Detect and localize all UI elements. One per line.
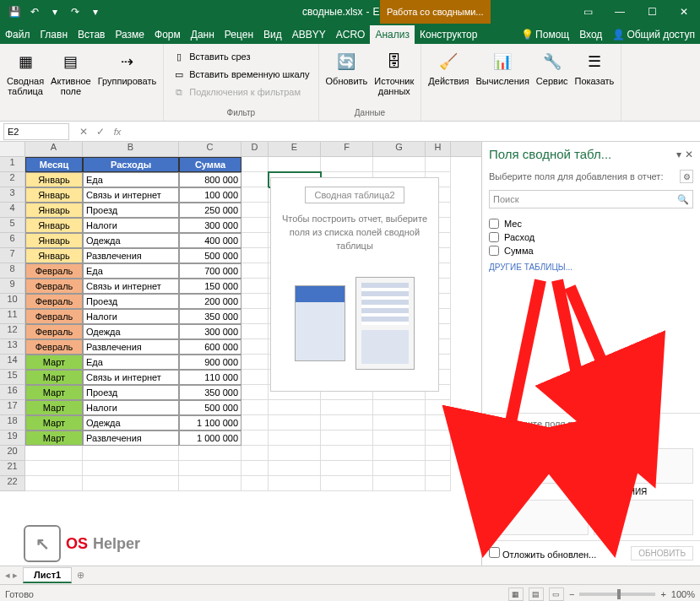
cell[interactable] — [321, 415, 373, 430]
update-button[interactable]: ОБНОВИТЬ — [631, 546, 693, 560]
cell[interactable] — [241, 309, 269, 324]
cell[interactable]: Январь — [25, 233, 83, 248]
cell[interactable]: 900 000 — [179, 355, 241, 370]
select-all-corner[interactable] — [0, 142, 25, 156]
cell[interactable] — [241, 415, 269, 430]
row-header[interactable]: 8 — [0, 263, 25, 279]
pivot-placeholder[interactable]: Сводная таблица2 Чтобы построить отчет, … — [270, 177, 439, 392]
cell[interactable]: Март — [25, 430, 83, 446]
col-header-E[interactable]: E — [269, 142, 321, 156]
cell[interactable]: Проезд — [83, 294, 179, 309]
area-values-box[interactable] — [594, 500, 693, 535]
pivot-table-button[interactable]: ▦ Сводная таблица — [3, 46, 47, 106]
cell[interactable] — [426, 476, 451, 491]
cell[interactable]: Март — [25, 415, 83, 430]
cell[interactable] — [241, 385, 269, 400]
tab-review[interactable]: Рецен — [220, 25, 258, 44]
redo-button[interactable]: ↷ — [66, 3, 84, 21]
insert-timeline-button[interactable]: ▭Вставить временную шкалу — [169, 66, 312, 83]
cell[interactable]: Март — [25, 355, 83, 370]
col-header-B[interactable]: B — [83, 142, 179, 156]
col-header-H[interactable]: H — [426, 142, 451, 156]
cell[interactable] — [373, 461, 426, 476]
tab-formulas[interactable]: Форм — [149, 25, 186, 44]
row-header[interactable]: 10 — [0, 294, 25, 309]
row-header[interactable]: 12 — [0, 324, 25, 339]
row-header[interactable]: 13 — [0, 339, 25, 355]
cell[interactable] — [25, 476, 83, 491]
cell[interactable]: 600 000 — [179, 339, 241, 355]
cell[interactable]: 350 000 — [179, 309, 241, 324]
cell[interactable] — [373, 430, 426, 446]
row-header[interactable]: 19 — [0, 430, 25, 446]
tab-view[interactable]: Вид — [258, 25, 287, 44]
page-layout-view-button[interactable]: ▤ — [529, 587, 544, 601]
cell[interactable]: Еда — [83, 355, 179, 370]
field-item[interactable]: Сумма — [489, 244, 693, 257]
cell[interactable] — [241, 248, 269, 263]
cell[interactable] — [241, 233, 269, 248]
ribbon-display-options[interactable]: ▭ — [572, 0, 604, 24]
qat-more-2[interactable]: ▾ — [86, 3, 105, 21]
cell[interactable]: Март — [25, 370, 83, 385]
fx-button[interactable]: fx — [110, 124, 125, 139]
cell[interactable] — [241, 324, 269, 339]
cell[interactable] — [179, 461, 241, 476]
cell[interactable] — [241, 218, 269, 233]
cell[interactable]: Связь и интернет — [83, 279, 179, 294]
row-header[interactable]: 16 — [0, 385, 25, 400]
cell[interactable]: Проезд — [83, 203, 179, 218]
cell[interactable]: 1 000 000 — [179, 430, 241, 446]
row-header[interactable]: 18 — [0, 415, 25, 430]
row-header[interactable]: 21 — [0, 461, 25, 476]
cell[interactable]: Проезд — [83, 385, 179, 400]
cell[interactable]: 800 000 — [179, 172, 241, 187]
tell-me[interactable]: 💡Помощ — [516, 25, 574, 44]
row-header[interactable]: 11 — [0, 309, 25, 324]
actions-button[interactable]: 🧹Действия — [425, 46, 472, 106]
zoom-in-button[interactable]: + — [660, 589, 665, 599]
cell[interactable] — [269, 157, 321, 172]
data-source-button[interactable]: 🗄 Источник данных — [371, 46, 417, 106]
name-box[interactable]: E2 — [3, 123, 69, 140]
cell[interactable] — [241, 263, 269, 279]
cell[interactable]: Январь — [25, 187, 83, 203]
cell[interactable] — [321, 157, 373, 172]
insert-slicer-button[interactable]: ▯Вставить срез — [169, 48, 312, 65]
cell[interactable] — [83, 476, 179, 491]
sign-in[interactable]: Вход — [574, 25, 607, 44]
cell[interactable]: Февраль — [25, 294, 83, 309]
cell[interactable] — [25, 446, 83, 461]
cell[interactable] — [321, 446, 373, 461]
qat-more-1[interactable]: ▾ — [46, 3, 64, 21]
cell[interactable]: 350 000 — [179, 385, 241, 400]
cell[interactable]: Одежда — [83, 324, 179, 339]
cell[interactable]: Расходы — [83, 157, 179, 172]
cell[interactable] — [321, 430, 373, 446]
cell[interactable]: 300 000 — [179, 324, 241, 339]
cell[interactable] — [321, 476, 373, 491]
enter-formula-button[interactable]: ✓ — [93, 124, 108, 139]
cell[interactable] — [426, 461, 451, 476]
cell[interactable]: Февраль — [25, 309, 83, 324]
other-tables-link[interactable]: ДРУГИЕ ТАБЛИЦЫ... — [489, 257, 693, 277]
cell[interactable]: 110 000 — [179, 370, 241, 385]
row-header[interactable]: 20 — [0, 446, 25, 461]
cell[interactable] — [269, 461, 321, 476]
cell[interactable]: Связь и интернет — [83, 187, 179, 203]
row-header[interactable]: 4 — [0, 203, 25, 218]
cell[interactable]: Январь — [25, 172, 83, 187]
filter-connections-button[interactable]: ⧉Подключения к фильтрам — [169, 84, 312, 100]
col-header-F[interactable]: F — [321, 142, 373, 156]
cell[interactable]: 250 000 — [179, 203, 241, 218]
row-header[interactable]: 6 — [0, 233, 25, 248]
cell[interactable] — [269, 400, 321, 415]
cell[interactable]: 500 000 — [179, 400, 241, 415]
col-header-A[interactable]: A — [25, 142, 83, 156]
tab-layout[interactable]: Разме — [110, 25, 149, 44]
cell[interactable]: Январь — [25, 218, 83, 233]
share-button[interactable]: 👤Общий доступ — [607, 25, 700, 44]
tab-data[interactable]: Данн — [186, 25, 220, 44]
minimize-button[interactable]: — — [604, 0, 636, 24]
cell[interactable] — [373, 157, 426, 172]
